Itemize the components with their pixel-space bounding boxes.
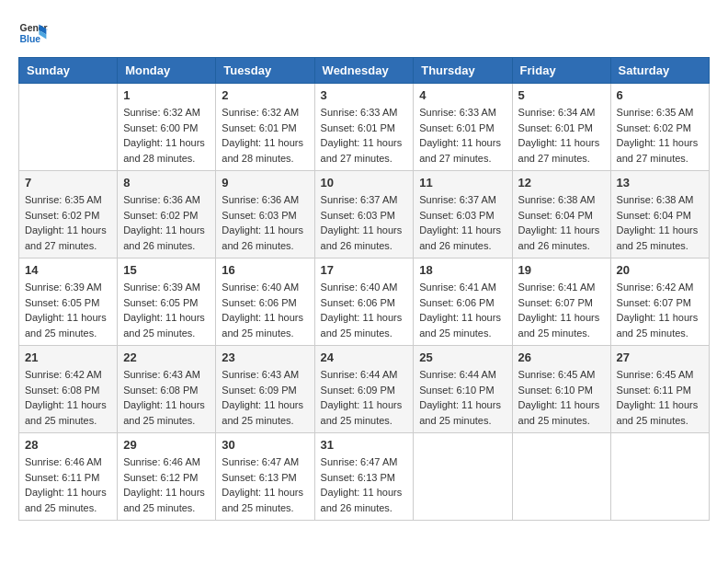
weekday-header-tuesday: Tuesday: [216, 58, 314, 84]
day-info: Sunrise: 6:38 AM Sunset: 6:04 PM Dayligh…: [617, 192, 703, 253]
day-info: Sunrise: 6:45 AM Sunset: 6:11 PM Dayligh…: [617, 367, 703, 428]
svg-text:Blue: Blue: [20, 34, 41, 44]
calendar-week-row: 1Sunrise: 6:32 AM Sunset: 6:00 PM Daylig…: [19, 84, 710, 171]
day-number: 17: [321, 263, 408, 277]
calendar-cell: 30Sunrise: 6:47 AM Sunset: 6:13 PM Dayli…: [216, 433, 314, 521]
calendar-cell: 12Sunrise: 6:38 AM Sunset: 6:04 PM Dayli…: [512, 171, 610, 259]
day-number: 7: [25, 176, 111, 190]
calendar-cell: 29Sunrise: 6:46 AM Sunset: 6:12 PM Dayli…: [118, 433, 216, 521]
calendar-cell: 5Sunrise: 6:34 AM Sunset: 6:01 PM Daylig…: [512, 84, 610, 171]
logo: General Blue: [18, 18, 48, 48]
day-number: 9: [222, 176, 308, 190]
day-number: 16: [222, 263, 308, 277]
calendar-cell: 8Sunrise: 6:36 AM Sunset: 6:02 PM Daylig…: [118, 171, 216, 259]
calendar-cell: 25Sunrise: 6:44 AM Sunset: 6:10 PM Dayli…: [414, 346, 512, 433]
day-info: Sunrise: 6:41 AM Sunset: 6:07 PM Dayligh…: [518, 280, 605, 340]
day-info: Sunrise: 6:46 AM Sunset: 6:12 PM Dayligh…: [123, 454, 210, 515]
calendar-cell: 10Sunrise: 6:37 AM Sunset: 6:03 PM Dayli…: [314, 171, 414, 259]
day-info: Sunrise: 6:42 AM Sunset: 6:07 PM Dayligh…: [617, 280, 703, 340]
logo-icon: General Blue: [18, 18, 48, 48]
calendar-cell: 27Sunrise: 6:45 AM Sunset: 6:11 PM Dayli…: [610, 346, 709, 433]
day-info: Sunrise: 6:35 AM Sunset: 6:02 PM Dayligh…: [617, 105, 703, 166]
day-number: 27: [617, 350, 703, 364]
day-info: Sunrise: 6:40 AM Sunset: 6:06 PM Dayligh…: [321, 280, 408, 340]
day-info: Sunrise: 6:39 AM Sunset: 6:05 PM Dayligh…: [25, 280, 111, 340]
day-number: 6: [617, 88, 703, 102]
day-number: 20: [617, 263, 703, 277]
day-number: 26: [518, 350, 605, 364]
calendar-cell: 26Sunrise: 6:45 AM Sunset: 6:10 PM Dayli…: [512, 346, 610, 433]
day-info: Sunrise: 6:34 AM Sunset: 6:01 PM Dayligh…: [518, 105, 605, 166]
day-info: Sunrise: 6:38 AM Sunset: 6:04 PM Dayligh…: [518, 192, 605, 253]
day-info: Sunrise: 6:41 AM Sunset: 6:06 PM Dayligh…: [419, 280, 506, 340]
day-info: Sunrise: 6:47 AM Sunset: 6:13 PM Dayligh…: [321, 454, 408, 515]
day-info: Sunrise: 6:43 AM Sunset: 6:09 PM Dayligh…: [222, 367, 308, 428]
day-number: 25: [419, 350, 506, 364]
day-info: Sunrise: 6:40 AM Sunset: 6:06 PM Dayligh…: [222, 280, 308, 340]
day-info: Sunrise: 6:33 AM Sunset: 6:01 PM Dayligh…: [419, 105, 506, 166]
day-number: 10: [321, 176, 408, 190]
day-info: Sunrise: 6:36 AM Sunset: 6:03 PM Dayligh…: [222, 192, 308, 253]
calendar-cell: 2Sunrise: 6:32 AM Sunset: 6:01 PM Daylig…: [216, 84, 314, 171]
weekday-header-saturday: Saturday: [610, 58, 709, 84]
weekday-header-row: SundayMondayTuesdayWednesdayThursdayFrid…: [19, 58, 710, 84]
day-number: 5: [518, 88, 605, 102]
day-info: Sunrise: 6:47 AM Sunset: 6:13 PM Dayligh…: [222, 454, 308, 515]
day-info: Sunrise: 6:42 AM Sunset: 6:08 PM Dayligh…: [25, 367, 111, 428]
day-number: 31: [321, 438, 408, 452]
weekday-header-monday: Monday: [118, 58, 216, 84]
day-info: Sunrise: 6:32 AM Sunset: 6:00 PM Dayligh…: [123, 105, 210, 166]
day-number: 18: [419, 263, 506, 277]
day-info: Sunrise: 6:45 AM Sunset: 6:10 PM Dayligh…: [518, 367, 605, 428]
calendar-cell: [19, 84, 118, 171]
day-number: 4: [419, 88, 506, 102]
day-info: Sunrise: 6:36 AM Sunset: 6:02 PM Dayligh…: [123, 192, 210, 253]
day-number: 13: [617, 176, 703, 190]
calendar-cell: 23Sunrise: 6:43 AM Sunset: 6:09 PM Dayli…: [216, 346, 314, 433]
day-number: 14: [25, 263, 111, 277]
calendar-cell: 28Sunrise: 6:46 AM Sunset: 6:11 PM Dayli…: [19, 433, 118, 521]
page-header: General Blue: [18, 18, 710, 48]
weekday-header-wednesday: Wednesday: [314, 58, 414, 84]
calendar-cell: 3Sunrise: 6:33 AM Sunset: 6:01 PM Daylig…: [314, 84, 414, 171]
calendar-cell: 7Sunrise: 6:35 AM Sunset: 6:02 PM Daylig…: [19, 171, 118, 259]
day-number: 23: [222, 350, 308, 364]
day-info: Sunrise: 6:39 AM Sunset: 6:05 PM Dayligh…: [123, 280, 210, 340]
day-number: 3: [321, 88, 408, 102]
day-info: Sunrise: 6:35 AM Sunset: 6:02 PM Dayligh…: [25, 192, 111, 253]
calendar-cell: 19Sunrise: 6:41 AM Sunset: 6:07 PM Dayli…: [512, 259, 610, 346]
weekday-header-friday: Friday: [512, 58, 610, 84]
calendar-cell: 31Sunrise: 6:47 AM Sunset: 6:13 PM Dayli…: [314, 433, 414, 521]
day-info: Sunrise: 6:44 AM Sunset: 6:09 PM Dayligh…: [321, 367, 408, 428]
day-number: 12: [518, 176, 605, 190]
calendar-cell: [414, 433, 512, 521]
weekday-header-sunday: Sunday: [19, 58, 118, 84]
day-info: Sunrise: 6:37 AM Sunset: 6:03 PM Dayligh…: [419, 192, 506, 253]
day-info: Sunrise: 6:32 AM Sunset: 6:01 PM Dayligh…: [222, 105, 308, 166]
calendar-table: SundayMondayTuesdayWednesdayThursdayFrid…: [18, 57, 710, 521]
calendar-cell: 15Sunrise: 6:39 AM Sunset: 6:05 PM Dayli…: [118, 259, 216, 346]
calendar-cell: 16Sunrise: 6:40 AM Sunset: 6:06 PM Dayli…: [216, 259, 314, 346]
day-number: 2: [222, 88, 308, 102]
day-info: Sunrise: 6:33 AM Sunset: 6:01 PM Dayligh…: [321, 105, 408, 166]
calendar-cell: 9Sunrise: 6:36 AM Sunset: 6:03 PM Daylig…: [216, 171, 314, 259]
calendar-cell: 14Sunrise: 6:39 AM Sunset: 6:05 PM Dayli…: [19, 259, 118, 346]
calendar-cell: 4Sunrise: 6:33 AM Sunset: 6:01 PM Daylig…: [414, 84, 512, 171]
calendar-week-row: 21Sunrise: 6:42 AM Sunset: 6:08 PM Dayli…: [19, 346, 710, 433]
calendar-cell: [512, 433, 610, 521]
day-info: Sunrise: 6:43 AM Sunset: 6:08 PM Dayligh…: [123, 367, 210, 428]
calendar-week-row: 7Sunrise: 6:35 AM Sunset: 6:02 PM Daylig…: [19, 171, 710, 259]
calendar-cell: 22Sunrise: 6:43 AM Sunset: 6:08 PM Dayli…: [118, 346, 216, 433]
day-info: Sunrise: 6:44 AM Sunset: 6:10 PM Dayligh…: [419, 367, 506, 428]
day-number: 21: [25, 350, 111, 364]
day-number: 28: [25, 438, 111, 452]
day-number: 29: [123, 438, 210, 452]
day-number: 15: [123, 263, 210, 277]
calendar-cell: [610, 433, 709, 521]
calendar-week-row: 14Sunrise: 6:39 AM Sunset: 6:05 PM Dayli…: [19, 259, 710, 346]
day-info: Sunrise: 6:46 AM Sunset: 6:11 PM Dayligh…: [25, 454, 111, 515]
calendar-cell: 18Sunrise: 6:41 AM Sunset: 6:06 PM Dayli…: [414, 259, 512, 346]
calendar-cell: 20Sunrise: 6:42 AM Sunset: 6:07 PM Dayli…: [610, 259, 709, 346]
calendar-cell: 11Sunrise: 6:37 AM Sunset: 6:03 PM Dayli…: [414, 171, 512, 259]
day-info: Sunrise: 6:37 AM Sunset: 6:03 PM Dayligh…: [321, 192, 408, 253]
